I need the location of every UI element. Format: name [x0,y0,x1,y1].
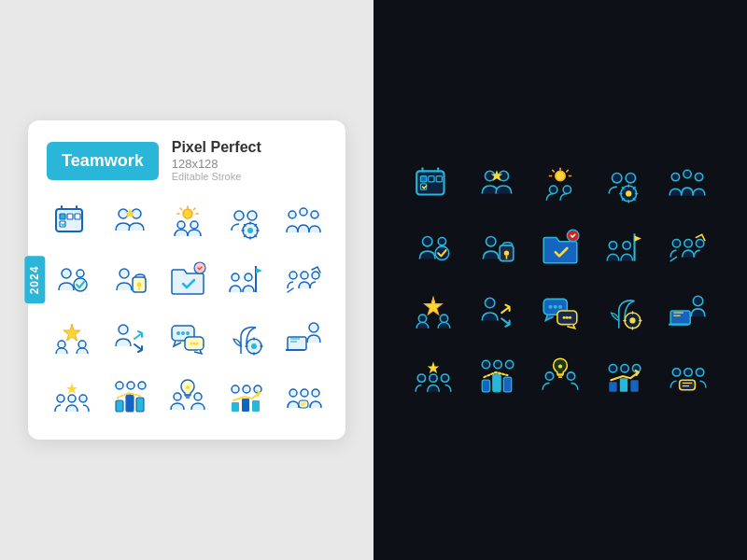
svg-point-108 [684,170,691,177]
svg-point-37 [301,272,308,279]
svg-point-50 [196,343,199,345]
svg-point-103 [612,173,621,182]
svg-point-19 [247,211,257,220]
svg-point-40 [58,341,65,348]
svg-rect-161 [609,382,616,391]
svg-point-147 [482,360,489,368]
svg-point-135 [569,316,571,319]
svg-point-38 [312,272,319,279]
svg-point-106 [626,190,631,196]
svg-point-63 [127,382,134,389]
dark-icon-team-check [406,221,460,275]
svg-point-110 [422,236,431,245]
svg-rect-86 [420,176,426,182]
svg-point-138 [693,296,702,305]
icon-chart-arrow [220,371,271,421]
svg-point-21 [247,228,253,233]
svg-point-123 [696,240,703,247]
dark-icon-chart-arrow [597,348,651,402]
svg-rect-66 [126,395,134,412]
svg-point-113 [486,236,495,245]
svg-point-121 [672,240,680,247]
svg-rect-2 [67,214,73,219]
dark-icon-grid [397,148,724,412]
svg-point-26 [77,270,84,277]
svg-point-157 [558,364,562,368]
svg-rect-163 [630,380,638,392]
left-panel: 2024 Teamwork Pixel Perfect 128x128 Edit… [0,0,374,560]
svg-point-104 [626,173,635,182]
svg-point-153 [545,372,553,380]
svg-rect-82 [299,400,308,408]
svg-point-154 [567,372,574,380]
svg-point-49 [193,343,196,345]
icon-folder-check [162,255,213,305]
svg-rect-151 [493,374,500,392]
pixel-perfect-label: Pixel Perfect [172,139,261,156]
svg-point-144 [430,374,437,382]
teamwork-badge: Teamwork [47,142,159,180]
svg-point-41 [78,341,86,348]
svg-point-133 [563,316,566,319]
svg-marker-124 [425,297,443,315]
icon-person-laptop [278,313,329,363]
icon-key-lock [105,255,155,305]
header-info: Pixel Perfect 128x128 Editable Stroke [172,139,261,182]
svg-point-122 [684,240,692,247]
icon-chat-bubbles [162,313,213,363]
svg-point-129 [548,305,552,309]
svg-point-10 [183,209,192,218]
dark-icon-gear-people [597,158,651,212]
svg-rect-67 [136,398,144,412]
svg-point-125 [418,315,426,322]
svg-point-166 [696,369,703,376]
svg-point-119 [623,242,630,249]
svg-rect-76 [232,402,239,412]
svg-rect-3 [75,214,80,219]
svg-point-59 [68,395,76,402]
svg-point-22 [289,211,296,218]
svg-marker-39 [63,324,80,341]
svg-point-16 [177,221,185,229]
dark-icon-team-arrow [660,221,714,275]
svg-point-148 [494,360,501,368]
svg-point-74 [243,385,250,393]
editable-stroke-label: Editable Stroke [172,171,261,182]
icon-plant-gear [220,313,271,363]
svg-point-145 [441,374,448,382]
dark-icon-chat-bubbles [533,285,587,339]
dark-icon-team-flag [597,221,651,275]
dark-icon-team-stand [660,158,714,212]
icon-chat-team [278,371,329,421]
svg-point-18 [234,211,244,220]
svg-point-127 [485,298,494,307]
svg-point-17 [190,221,198,229]
svg-point-58 [57,395,64,402]
icon-calendar-check [47,197,97,247]
dark-icon-person-arrow [470,285,524,339]
svg-point-25 [62,269,71,278]
icon-sun-people [162,197,213,247]
svg-line-99 [553,170,555,172]
svg-point-46 [186,331,190,335]
icon-team-stand [278,197,329,247]
svg-rect-77 [242,399,249,412]
dark-icon-person-laptop [660,285,714,339]
svg-point-159 [621,364,628,371]
svg-point-53 [309,323,318,332]
svg-point-23 [300,208,307,216]
svg-rect-65 [116,400,123,412]
svg-point-131 [558,305,562,309]
dark-icon-folder-check [533,221,587,275]
dark-icon-key-lock [470,221,524,275]
svg-point-79 [289,389,297,397]
svg-point-52 [251,343,257,349]
svg-point-149 [505,360,513,368]
dimensions-label: 128x128 [172,157,261,171]
svg-rect-162 [620,378,627,392]
svg-point-34 [245,273,252,281]
svg-point-64 [138,382,146,389]
dark-icon-sun-people [533,158,587,212]
svg-marker-146 [428,361,440,373]
icon-star-trophy [47,313,97,363]
